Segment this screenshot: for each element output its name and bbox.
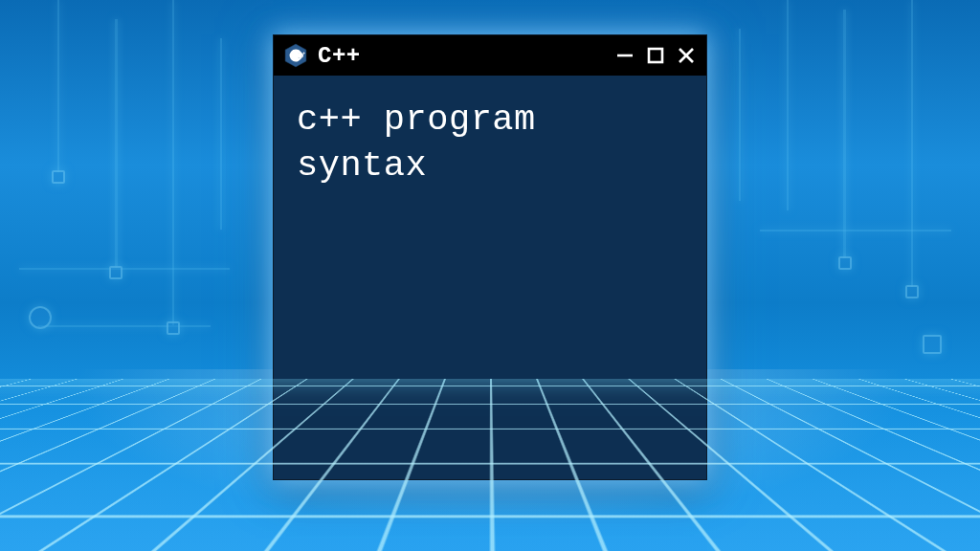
terminal-body[interactable]: c++ program syntax xyxy=(274,76,706,479)
terminal-line-2: syntax xyxy=(297,145,427,186)
terminal-text: c++ program syntax xyxy=(297,97,683,188)
maximize-button[interactable] xyxy=(645,45,666,66)
window-controls xyxy=(614,45,697,66)
svg-rect-4 xyxy=(649,49,662,62)
window-titlebar[interactable]: + + C++ xyxy=(274,35,706,76)
close-button[interactable] xyxy=(676,45,697,66)
svg-text:+: + xyxy=(302,51,305,55)
cpp-hex-icon: + + xyxy=(283,43,308,68)
window-title: C++ xyxy=(318,43,605,69)
terminal-line-1: c++ program xyxy=(297,99,536,140)
minimize-button[interactable] xyxy=(614,45,635,66)
terminal-window: + + C++ c++ program syntax xyxy=(273,34,707,480)
svg-text:+: + xyxy=(300,51,302,55)
